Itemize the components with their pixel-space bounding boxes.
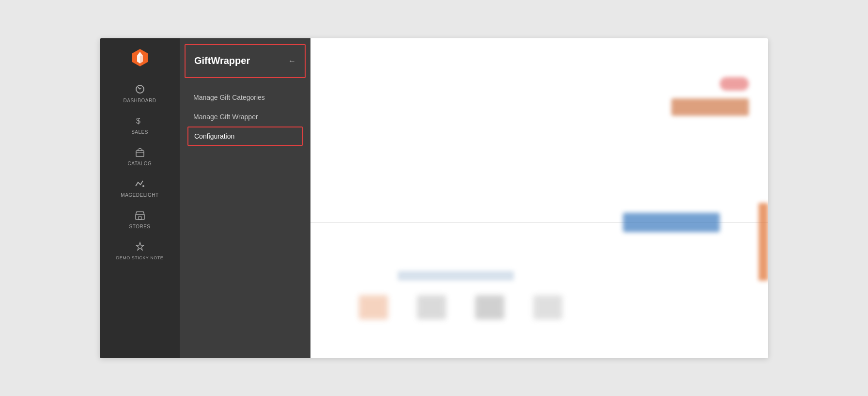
blurred-stat-4 (533, 295, 562, 319)
svg-marker-11 (136, 242, 144, 250)
blurred-top-right (671, 77, 749, 116)
submenu-items-list: Manage Gift Categories Manage Gift Wrapp… (180, 78, 310, 156)
sidebar-item-label-catalog: CATALOG (128, 161, 152, 167)
magento-logo-icon (129, 47, 151, 68)
blurred-stat-3 (475, 295, 504, 319)
catalog-icon (135, 147, 145, 159)
svg-text:$: $ (136, 117, 140, 125)
blurred-stat-1 (359, 295, 388, 319)
submenu-item-configuration[interactable]: Configuration (187, 127, 303, 146)
svg-rect-9 (136, 215, 144, 220)
app-container: DASHBOARD $ SALES (100, 38, 768, 358)
sidebar-item-label-stores: STORES (129, 224, 151, 230)
submenu-item-manage-gift-wrapper[interactable]: Manage Gift Wrapper (180, 107, 310, 127)
sidebar-item-sales[interactable]: $ SALES (100, 109, 180, 140)
submenu-title: GiftWrapper (194, 55, 250, 66)
sidebar-item-label-demo-sticky-note: DEMO STICKY NOTE (116, 255, 163, 261)
blurred-orange-strip (759, 203, 768, 281)
sidebar-item-stores[interactable]: STORES (100, 203, 180, 235)
sales-icon: $ (135, 115, 145, 127)
blurred-stat-2 (417, 295, 446, 319)
sidebar-item-magedelight[interactable]: MAGEDELIGHT (100, 172, 180, 203)
sidebar-item-label-dashboard: DASHBOARD (124, 98, 156, 104)
sidebar-item-label-sales: SALES (131, 129, 148, 135)
note-icon (135, 241, 145, 253)
sidebar-item-label-magedelight: MAGEDELIGHT (121, 192, 158, 198)
main-content (310, 38, 768, 358)
sidebar-navigation: DASHBOARD $ SALES (100, 77, 180, 266)
blurred-orange-button (671, 98, 749, 116)
blurred-section-title (398, 271, 514, 281)
magedelight-icon (135, 178, 145, 190)
svg-rect-10 (139, 217, 141, 220)
svg-point-8 (142, 185, 144, 187)
sidebar-item-demo-sticky-note[interactable]: DEMO STICKY NOTE (100, 235, 180, 266)
blurred-avatar (720, 77, 749, 91)
submenu-item-manage-gift-categories[interactable]: Manage Gift Categories (180, 88, 310, 107)
submenu-back-button[interactable]: ← (288, 57, 296, 65)
submenu-header: GiftWrapper ← (185, 44, 306, 78)
sidebar: DASHBOARD $ SALES (100, 38, 180, 358)
sidebar-item-dashboard[interactable]: DASHBOARD (100, 77, 180, 109)
blurred-blue-button (623, 213, 720, 232)
sidebar-item-catalog[interactable]: CATALOG (100, 140, 180, 172)
stores-icon (135, 210, 145, 222)
dashboard-icon (135, 84, 145, 96)
svg-rect-6 (136, 151, 144, 157)
submenu-panel: GiftWrapper ← Manage Gift Categories Man… (180, 38, 310, 358)
blurred-stats (359, 295, 562, 319)
sidebar-logo (100, 38, 180, 77)
